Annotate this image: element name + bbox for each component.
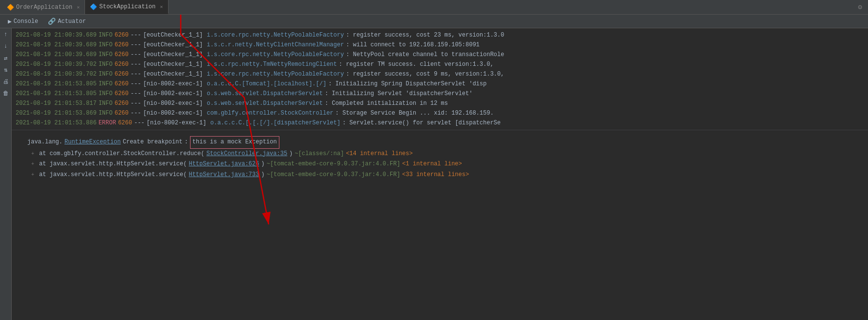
log-class[interactable]: i.s.core.rpc.netty.NettyPoolableFactory	[207, 50, 344, 59]
exception-create-breakpoint[interactable]: Create breakpoint	[123, 137, 182, 148]
log-line: 2021-08-19 21:01:53.817 INFO 6260 --- [n…	[12, 99, 868, 108]
toggle-button[interactable]: ⇅	[1, 65, 10, 74]
scroll-down-button[interactable]: ↓	[1, 42, 10, 51]
stack-close-3: )	[261, 170, 264, 180]
log-pid: 6260	[118, 119, 132, 127]
tab-order-label: OrderApplication	[16, 4, 72, 11]
log-level: INFO	[99, 50, 113, 59]
exception-type-link[interactable]: RuntimeException	[64, 137, 121, 148]
log-timestamp: 2021-08-19 21:01:53.805	[16, 89, 97, 98]
expand-icon-2[interactable]: +	[31, 160, 37, 169]
log-content[interactable]: 2021-08-19 21:00:39.689 INFO 6260 --- [e…	[12, 28, 868, 320]
scroll-up-button[interactable]: ↑	[1, 30, 10, 39]
expand-icon-1[interactable]: +	[31, 150, 37, 159]
stack-close-1: )	[289, 149, 293, 160]
log-thread: [eoutChecker_1_1]	[143, 40, 203, 49]
log-pid: 6260	[114, 89, 128, 98]
log-pid: 6260	[114, 99, 128, 108]
log-timestamp: 2021-08-19 21:00:39.689	[16, 50, 97, 59]
tab-order-application[interactable]: 🔶 OrderApplication ✕	[2, 0, 85, 14]
stack-close-2: )	[261, 159, 264, 170]
log-message: : will connect to 192.168.159.105:8091	[346, 40, 480, 49]
tab-stock-label: StockApplication	[99, 3, 155, 10]
log-dashes: ---	[130, 89, 141, 98]
log-class[interactable]: o.a.c.c.C.[Tomcat].[localhost].[/]	[207, 80, 326, 88]
log-dashes: ---	[130, 99, 141, 108]
actuator-icon: 🔗	[48, 18, 56, 25]
tab-stock-application[interactable]: 🔷 StockApplication ✕	[85, 0, 168, 14]
log-timestamp: 2021-08-19 21:00:39.689	[16, 40, 97, 49]
stack-internal-1[interactable]: <14 internal lines>	[346, 149, 413, 160]
log-class[interactable]: o.s.web.servlet.DispatcherServlet	[207, 89, 323, 98]
log-dashes: ---	[130, 109, 141, 118]
stack-at-1: at com.gblfy.controller.StockController.…	[39, 149, 204, 160]
log-level: INFO	[99, 60, 113, 69]
tab-stock-close[interactable]: ✕	[160, 4, 163, 10]
log-line: 2021-08-19 21:01:53.805 INFO 6260 --- [n…	[12, 89, 868, 99]
stack-at-3: at javax.servlet.http.HttpServlet.servic…	[39, 170, 187, 180]
log-message: : Initializing Servlet 'dispatcherServle…	[325, 89, 472, 98]
log-thread: [eoutChecker_1_1]	[143, 60, 203, 69]
log-line: 2021-08-19 21:00:39.702 INFO 6260 --- [e…	[12, 69, 868, 79]
tab-order-close[interactable]: ✕	[77, 4, 80, 10]
soft-wrap-button[interactable]: ⇄	[1, 54, 10, 62]
log-class[interactable]: i.s.c.r.netty.NettyClientChannelManager	[207, 40, 344, 49]
log-level: INFO	[99, 89, 113, 98]
clear-button[interactable]: 🗑	[1, 89, 10, 98]
log-timestamp: 2021-08-19 21:00:39.689	[16, 31, 97, 40]
log-dashes: ---	[130, 70, 141, 79]
log-class[interactable]: i.s.core.rpc.netty.NettyPoolableFactory	[207, 31, 344, 40]
log-message: : register success, cost 9 ms, version:1…	[346, 70, 504, 79]
settings-icon[interactable]: ⚙	[854, 3, 866, 11]
log-class[interactable]: o.s.web.servlet.DispatcherServlet	[207, 99, 323, 108]
log-level: INFO	[99, 31, 113, 40]
print-button[interactable]: 🖨	[1, 77, 10, 86]
log-pid: 6260	[114, 40, 128, 49]
actuator-button[interactable]: 🔗 Actuator	[44, 16, 90, 27]
stack-info-2: ~[tomcat-embed-core-9.0.37.jar:4.0.FR]	[267, 159, 401, 170]
exception-section: java.lang.RuntimeException Create breakp…	[12, 132, 868, 184]
log-thread: [nio-8002-exec-1]	[147, 119, 206, 127]
log-class[interactable]: i.s.core.rpc.netty.NettyPoolableFactory	[207, 70, 344, 79]
log-line: 2021-08-19 21:01:53.805 INFO 6260 --- [n…	[12, 79, 868, 89]
log-message: : Initializing Spring DispatcherServlet …	[328, 80, 487, 88]
log-class[interactable]: com.gblfy.controller.StockController	[207, 109, 333, 118]
stack-link-3[interactable]: HttpServlet.java:733	[189, 170, 259, 180]
stock-app-icon: 🔷	[90, 3, 97, 10]
tab-bar: 🔶 OrderApplication ✕ 🔷 StockApplication …	[0, 0, 868, 15]
console-label: Console	[14, 18, 38, 25]
actuator-label: Actuator	[58, 18, 86, 25]
expand-icon-3[interactable]: +	[31, 171, 37, 180]
stack-internal-2[interactable]: <1 internal line>	[402, 159, 462, 170]
log-line: 2021-08-19 21:00:39.689 INFO 6260 --- [e…	[12, 40, 868, 50]
stack-link-1[interactable]: StockController.java:35	[206, 149, 287, 160]
log-dashes: ---	[130, 40, 141, 49]
log-dashes: ---	[134, 119, 145, 127]
log-timestamp: 2021-08-19 21:01:53.869	[16, 109, 97, 118]
log-thread: [nio-8002-exec-1]	[143, 109, 203, 118]
log-line: 2021-08-19 21:01:53.869 INFO 6260 --- [n…	[12, 108, 868, 118]
log-line: 2021-08-19 21:01:53.886 ERROR 6260 --- […	[12, 118, 868, 128]
log-message: : Storage Service Begin ... xid: 192.168…	[336, 109, 494, 118]
log-timestamp: 2021-08-19 21:00:39.702	[16, 70, 97, 79]
console-button[interactable]: ▶ Console	[4, 16, 42, 27]
log-timestamp: 2021-08-19 21:01:53.886	[16, 119, 97, 127]
exception-separator	[12, 130, 868, 130]
log-thread: [nio-8002-exec-1]	[143, 89, 203, 98]
log-level: INFO	[99, 99, 113, 108]
stack-internal-3[interactable]: <33 internal lines>	[402, 170, 469, 180]
stack-link-2[interactable]: HttpServlet.java:626	[189, 159, 259, 170]
log-pid: 6260	[114, 60, 128, 69]
log-level: ERROR	[99, 119, 116, 127]
stack-at-2: at javax.servlet.http.HttpServlet.servic…	[39, 159, 187, 170]
log-class[interactable]: o.a.c.c.C.[.[.[/].[dispatcherServlet]	[211, 119, 340, 127]
tabs-container: 🔶 OrderApplication ✕ 🔷 StockApplication …	[2, 0, 169, 14]
log-pid: 6260	[114, 109, 128, 118]
log-timestamp: 2021-08-19 21:01:53.817	[16, 99, 97, 108]
log-level: INFO	[99, 109, 113, 118]
log-level: INFO	[99, 70, 113, 79]
log-thread: [nio-8002-exec-1]	[143, 99, 203, 108]
toolbar: ▶ Console 🔗 Actuator	[0, 15, 868, 28]
exception-colon: :	[185, 137, 188, 148]
log-class[interactable]: i.s.c.rpc.netty.TmNettyRemotingClient	[207, 60, 337, 69]
